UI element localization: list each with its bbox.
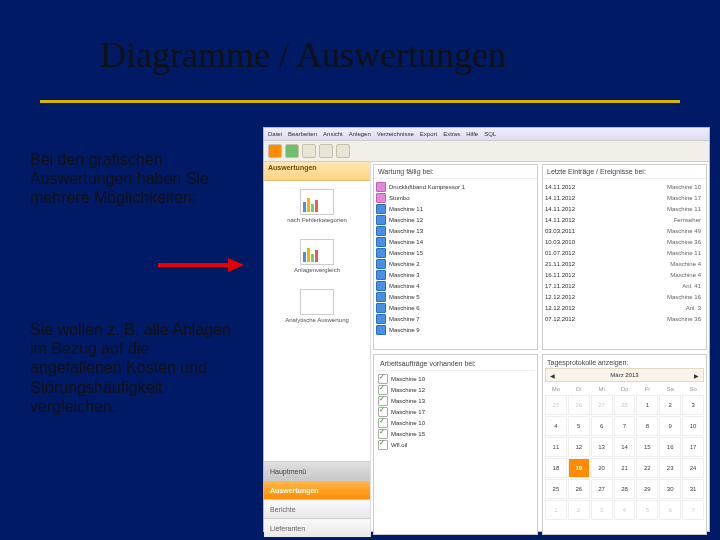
cal-day[interactable]: 2 [568,500,590,520]
list-item[interactable]: 17.11.2012Anl. 41 [545,280,704,291]
cal-day[interactable]: 22 [636,458,658,478]
cal-prev-icon[interactable]: ◀ [550,372,555,379]
list-item[interactable]: Maschine 14 [376,236,535,247]
list-item[interactable]: Maschine 5 [376,291,535,302]
menu-item[interactable]: Export [420,131,437,137]
cal-day[interactable]: 18 [545,458,567,478]
cal-day[interactable]: 3 [591,500,613,520]
toolbar-button[interactable] [285,144,299,158]
list-item[interactable]: Maschine 13 [376,225,535,236]
list-item[interactable]: Maschine 10 [378,373,533,384]
cal-day[interactable]: 16 [659,437,681,457]
list-item[interactable]: Maschine 9 [376,324,535,335]
cal-day[interactable]: 25 [545,479,567,499]
cal-day[interactable]: 1 [545,500,567,520]
menu-item[interactable]: Verzeichnisse [377,131,414,137]
cal-day[interactable]: 7 [682,500,704,520]
menu-item[interactable]: Bearbeiten [288,131,317,137]
list-item[interactable]: Maschine 13 [378,395,533,406]
list-item[interactable]: 07.12.2012Maschine 36 [545,313,704,324]
sidebar-nav-button[interactable]: Berichte [264,499,370,518]
cal-day[interactable]: 28 [614,479,636,499]
toolbar-button[interactable] [302,144,316,158]
list-item[interactable]: Maschine 3 [376,269,535,280]
cal-next-icon[interactable]: ▶ [694,372,699,379]
list-item[interactable]: Maschine 17 [378,406,533,417]
sidebar-item[interactable]: Anlagenvergleich [264,231,370,281]
cal-day[interactable]: 26 [568,395,590,415]
cal-day[interactable]: 21 [614,458,636,478]
sidebar-item[interactable]: Analytische Auswertung [264,281,370,331]
machine-icon [376,226,386,236]
list-item[interactable]: 10.03.2010Maschine 36 [545,236,704,247]
list-item[interactable]: Maschine 11 [376,203,535,214]
cal-day[interactable]: 27 [591,479,613,499]
cal-day[interactable]: 29 [636,479,658,499]
list-item[interactable]: 21.11.2012Maschine 4 [545,258,704,269]
menu-item[interactable]: Extras [443,131,460,137]
list-item[interactable]: Stumbo [376,192,535,203]
cal-day[interactable]: 20 [591,458,613,478]
toolbar-button[interactable] [319,144,333,158]
cal-day[interactable]: 5 [568,416,590,436]
cal-day[interactable]: 31 [682,479,704,499]
list-item[interactable]: Wfl.oil [378,439,533,450]
cal-day[interactable]: 11 [545,437,567,457]
sidebar-nav-button[interactable]: Hauptmenü [264,461,370,480]
list-item[interactable]: Maschine 12 [378,384,533,395]
cal-day[interactable]: 15 [636,437,658,457]
menu-item[interactable]: Ansicht [323,131,343,137]
cal-day[interactable]: 8 [636,416,658,436]
cal-day[interactable]: 2 [659,395,681,415]
cal-day[interactable]: 6 [591,416,613,436]
cal-day[interactable]: 14 [614,437,636,457]
cal-day[interactable]: 28 [614,395,636,415]
list-item[interactable]: Maschine 12 [376,214,535,225]
list-item[interactable]: 12.12.2012Anl. 3 [545,302,704,313]
list-item[interactable]: Maschine 15 [376,247,535,258]
cal-day[interactable]: 26 [568,479,590,499]
cal-day[interactable]: 19 [568,458,590,478]
list-item[interactable]: 12.12.2012Maschine 16 [545,291,704,302]
cal-day[interactable]: 4 [545,416,567,436]
list-item[interactable]: 01.07.2012Maschine 11 [545,247,704,258]
menu-item[interactable]: SQL [484,131,496,137]
cal-day[interactable]: 4 [614,500,636,520]
menu-item[interactable]: Anlegen [349,131,371,137]
cal-day[interactable]: 13 [591,437,613,457]
list-item[interactable]: Maschine 7 [376,313,535,324]
cal-day[interactable]: 7 [614,416,636,436]
menu-item[interactable]: Datei [268,131,282,137]
list-item[interactable]: Maschine 15 [378,428,533,439]
list-item[interactable]: Maschine 2 [376,258,535,269]
list-item[interactable]: 14.11.2012Maschine 11 [545,203,704,214]
list-item[interactable]: 16.11.2012Maschine 4 [545,269,704,280]
cal-day[interactable]: 6 [659,500,681,520]
sidebar-nav-button[interactable]: Lieferanten [264,518,370,537]
cal-day[interactable]: 10 [682,416,704,436]
list-item[interactable]: Druckluftband Kompressor 1 [376,181,535,192]
list-item[interactable]: Maschine 6 [376,302,535,313]
cal-day[interactable]: 24 [682,458,704,478]
cal-day[interactable]: 27 [591,395,613,415]
cal-day[interactable]: 17 [682,437,704,457]
menu-item[interactable]: Hilfe [466,131,478,137]
list-item[interactable]: Maschine 4 [376,280,535,291]
sidebar-nav-button[interactable]: Auswertungen [264,480,370,499]
list-item[interactable]: 14.11.2012Maschine 17 [545,192,704,203]
cal-day[interactable]: 1 [636,395,658,415]
list-item[interactable]: Maschine 10 [378,417,533,428]
cal-day[interactable]: 25 [545,395,567,415]
cal-day[interactable]: 5 [636,500,658,520]
cal-day[interactable]: 9 [659,416,681,436]
toolbar-button[interactable] [268,144,282,158]
cal-day[interactable]: 30 [659,479,681,499]
toolbar-button[interactable] [336,144,350,158]
sidebar-item[interactable]: nach Fehlerkategorien [264,181,370,231]
list-item[interactable]: 14.11.2012Fernseher [545,214,704,225]
cal-day[interactable]: 12 [568,437,590,457]
list-item[interactable]: 03.03.2011Maschine 49 [545,225,704,236]
cal-day[interactable]: 23 [659,458,681,478]
cal-day[interactable]: 3 [682,395,704,415]
list-item[interactable]: 14.11.2012Maschine 10 [545,181,704,192]
